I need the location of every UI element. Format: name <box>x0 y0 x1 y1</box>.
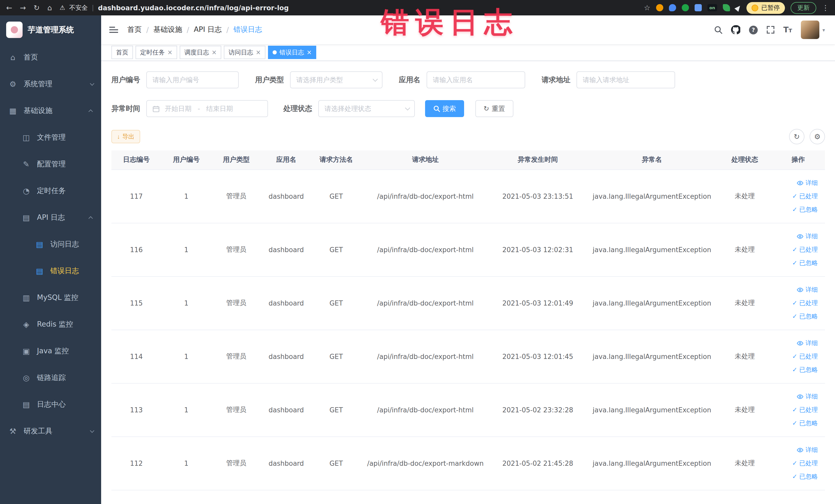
extension-icon-grid[interactable] <box>695 4 702 11</box>
process-status-select[interactable]: 请选择处理状态 <box>318 100 415 117</box>
home-icon: ⌂ <box>8 53 18 62</box>
url-bar[interactable]: ⚠ 不安全 | dashboard.yudao.iocoder.cn/infra… <box>60 3 289 12</box>
close-icon[interactable]: × <box>256 49 261 56</box>
sidebar-item-file-management[interactable]: ◫ 文件管理 <box>0 124 101 151</box>
ignored-link[interactable]: ✓已忽略 <box>774 310 818 323</box>
ignored-link[interactable]: ✓已忽略 <box>774 417 818 430</box>
column-settings-button[interactable]: ⚙ <box>810 129 825 144</box>
processed-link[interactable]: ✓已处理 <box>774 296 818 310</box>
gear-icon: ⚙ <box>814 133 820 141</box>
table-row: 117 1 管理员 dashboard GET /api/infra/db-do… <box>111 169 825 223</box>
extension-icon-green[interactable] <box>682 4 689 11</box>
detail-link[interactable]: 详细 <box>774 390 818 403</box>
detail-link[interactable]: 详细 <box>774 283 818 296</box>
refresh-icon: ↻ <box>794 133 799 141</box>
exception-time-range-picker[interactable]: 开始日期 - 结束日期 <box>146 100 268 117</box>
request-url-field[interactable] <box>576 72 675 88</box>
sidebar-item-config-management[interactable]: ✎ 配置管理 <box>0 151 101 178</box>
help-icon[interactable]: ? <box>749 25 758 34</box>
tab-access-log[interactable]: 访问日志 × <box>224 46 265 59</box>
browser-toolbar: ← → ↻ ⌂ ⚠ 不安全 | dashboard.yudao.iocoder.… <box>0 0 835 15</box>
smiley-icon <box>752 4 758 11</box>
detail-link[interactable]: 详细 <box>774 336 818 350</box>
browser-home-icon[interactable]: ⌂ <box>47 4 52 11</box>
user-id-field[interactable] <box>146 72 239 88</box>
top-navbar: 首页 / 基础设施 / API 日志 / 错误日志 ? <box>101 15 835 44</box>
processed-link[interactable]: ✓已处理 <box>774 189 818 203</box>
tab-error-log[interactable]: 错误日志 × <box>268 46 316 59</box>
sidebar-item-redis-monitor[interactable]: ◈ Redis 监控 <box>0 311 101 338</box>
check-icon: ✓ <box>792 407 797 413</box>
sidebar-item-infrastructure[interactable]: ▦ 基础设施 <box>0 98 101 124</box>
extension-icon-on-badge[interactable]: on <box>708 4 717 11</box>
sidebar-item-tracing[interactable]: ◎ 链路追踪 <box>0 365 101 391</box>
search-button[interactable]: 搜索 <box>425 100 464 117</box>
tab-scheduled-tasks[interactable]: 定时任务 × <box>136 46 177 59</box>
breadcrumb-separator: / <box>146 26 149 34</box>
sidebar-toggle-icon[interactable] <box>109 27 118 33</box>
ignored-link[interactable]: ✓已忽略 <box>774 363 818 377</box>
browser-reload-icon[interactable]: ↻ <box>34 4 40 11</box>
breadcrumb-infrastructure[interactable]: 基础设施 <box>153 25 182 35</box>
processed-link[interactable]: ✓已处理 <box>774 350 818 363</box>
browser-forward-icon[interactable]: → <box>20 4 26 11</box>
app-name-field[interactable] <box>427 72 525 88</box>
tab-schedule-log[interactable]: 调度日志 × <box>180 46 221 59</box>
sidebar-item-error-log[interactable]: ▤ 错误日志 <box>0 258 101 284</box>
sidebar-item-java-monitor[interactable]: ▣ Java 监控 <box>0 338 101 365</box>
user-menu[interactable]: ▾ <box>801 21 825 39</box>
check-icon: ✓ <box>792 313 797 319</box>
processed-link[interactable]: ✓已处理 <box>774 457 818 470</box>
check-icon: ✓ <box>792 246 797 253</box>
ignored-link[interactable]: ✓已忽略 <box>774 256 818 269</box>
github-icon[interactable] <box>731 25 740 35</box>
search-icon[interactable] <box>714 26 722 34</box>
processed-link[interactable]: ✓已处理 <box>774 243 818 256</box>
chevron-down-icon <box>373 77 378 82</box>
sidebar-item-dev-tools[interactable]: ⚒ 研发工具 <box>0 418 101 445</box>
sidebar-item-mysql-monitor[interactable]: ▥ MySQL 监控 <box>0 284 101 311</box>
tab-home[interactable]: 首页 <box>111 46 133 59</box>
breadcrumb-home[interactable]: 首页 <box>127 25 142 35</box>
page-url[interactable]: dashboard.yudao.iocoder.cn/infra/log/api… <box>98 4 289 12</box>
ignored-link[interactable]: ✓已忽略 <box>774 203 818 216</box>
ignored-link[interactable]: ✓已忽略 <box>774 470 818 483</box>
extension-icon-orange[interactable] <box>656 4 663 11</box>
sidebar-item-label: Java 监控 <box>37 347 69 356</box>
processed-link[interactable]: ✓已处理 <box>774 403 818 417</box>
browser-back-icon[interactable]: ← <box>6 4 12 11</box>
browser-menu-icon[interactable]: ⋮ <box>822 4 829 11</box>
fullscreen-icon[interactable] <box>767 26 775 34</box>
export-button[interactable]: ↓ 导出 <box>111 130 140 143</box>
extension-icon-drop[interactable] <box>669 4 676 11</box>
reset-button[interactable]: ↻ 重置 <box>475 100 513 117</box>
app-name-input[interactable] <box>433 76 519 84</box>
sidebar-item-scheduled-tasks[interactable]: ◔ 定时任务 <box>0 178 101 204</box>
refresh-table-button[interactable]: ↻ <box>789 129 805 144</box>
sidebar-item-access-log[interactable]: ▤ 访问日志 <box>0 231 101 258</box>
close-icon[interactable]: × <box>211 49 217 56</box>
sidebar-item-log-center[interactable]: ▤ 日志中心 <box>0 391 101 418</box>
request-url-input[interactable] <box>583 76 669 84</box>
chevron-down-icon: ▾ <box>822 27 825 33</box>
document-icon: ▤ <box>35 266 44 276</box>
sidebar-item-home[interactable]: ⌂ 首页 <box>0 44 101 71</box>
detail-link[interactable]: 详细 <box>774 176 818 189</box>
sidebar-item-system-management[interactable]: ⚙ 系统管理 <box>0 71 101 98</box>
extension-icon-plane[interactable] <box>734 4 742 12</box>
close-icon[interactable]: × <box>167 49 172 56</box>
update-button[interactable]: 更新 <box>791 2 816 14</box>
close-icon[interactable]: × <box>306 49 312 56</box>
bookmark-star-icon[interactable]: ☆ <box>644 4 650 11</box>
user-type-select[interactable]: 请选择用户类型 <box>290 72 383 88</box>
url-separator: | <box>92 4 94 11</box>
sidebar-item-api-logs[interactable]: ▤ API 日志 <box>0 204 101 231</box>
app-logo-row[interactable]: 芋道管理系统 <box>0 15 101 44</box>
font-size-icon[interactable]: TT <box>783 25 792 35</box>
breadcrumb-api-logs[interactable]: API 日志 <box>194 25 222 35</box>
extension-icon-leaf[interactable] <box>723 4 730 11</box>
user-id-input[interactable] <box>152 76 232 84</box>
paused-badge[interactable]: 已暂停 <box>747 2 785 14</box>
detail-link[interactable]: 详细 <box>774 443 818 457</box>
detail-link[interactable]: 详细 <box>774 229 818 243</box>
